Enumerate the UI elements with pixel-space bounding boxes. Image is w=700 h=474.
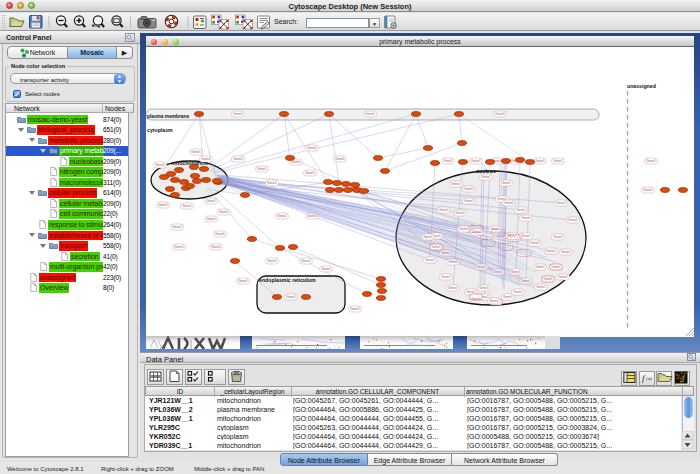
svg-text:Gene1: Gene1 [439,208,449,212]
svg-text:Gene1: Gene1 [238,279,248,283]
svg-text:Gene1: Gene1 [521,216,531,220]
svg-text:Gene1: Gene1 [219,210,229,214]
svg-text:Gene1: Gene1 [501,181,511,185]
svg-text:Gene1: Gene1 [291,160,301,164]
svg-text:Gene1: Gene1 [507,234,517,238]
svg-text:Gene1: Gene1 [301,259,311,263]
svg-text:Gene1: Gene1 [425,258,435,262]
svg-text:Gene1: Gene1 [423,235,433,239]
svg-text:Gene1: Gene1 [459,227,469,231]
svg-text:Gene1: Gene1 [158,203,168,207]
svg-text:unassigned: unassigned [627,83,656,89]
svg-text:Gene1: Gene1 [172,225,182,229]
svg-text:Gene1: Gene1 [568,218,578,222]
svg-text:Gene1: Gene1 [441,275,451,279]
svg-text:Gene1: Gene1 [182,204,192,208]
svg-text:Gene1: Gene1 [513,290,523,294]
svg-text:Gene1: Gene1 [466,290,476,294]
svg-text:Gene1: Gene1 [286,295,296,299]
svg-text:Gene1: Gene1 [543,277,553,281]
svg-text:Gene1: Gene1 [558,275,568,279]
svg-text:Gene1: Gene1 [551,265,561,269]
svg-text:Gene1: Gene1 [448,286,458,290]
svg-text:Gene1: Gene1 [471,159,481,163]
svg-text:Gene1: Gene1 [257,167,267,171]
svg-text:Gene1: Gene1 [267,181,277,185]
svg-text:Gene1: Gene1 [350,307,360,311]
svg-text:Gene1: Gene1 [365,112,375,116]
svg-text:(x): (x) [646,376,652,381]
svg-text:Gene1: Gene1 [553,159,563,163]
svg-text:Gene1: Gene1 [481,175,491,179]
svg-text:Gene1: Gene1 [174,245,184,249]
svg-text:Gene1: Gene1 [521,234,531,238]
svg-text:Gene1: Gene1 [305,171,315,175]
svg-text:Gene1: Gene1 [643,188,653,192]
svg-text:Gene1: Gene1 [307,146,317,150]
svg-text:Gene1: Gene1 [553,235,563,239]
svg-text:Gene1: Gene1 [206,199,216,203]
svg-text:Gene1: Gene1 [504,201,514,205]
svg-text:Gene1: Gene1 [321,267,331,271]
svg-text:Gene1: Gene1 [546,249,556,253]
svg-text:nucleus: nucleus [476,168,496,174]
svg-text:Gene1: Gene1 [495,112,505,116]
svg-text:endoplasmic reticulum: endoplasmic reticulum [259,277,316,283]
svg-text:Gene1: Gene1 [516,208,526,212]
svg-text:Gene1: Gene1 [277,214,287,218]
svg-text:Gene1: Gene1 [335,157,345,161]
svg-text:plasma membrane: plasma membrane [147,114,189,119]
svg-text:Gene1: Gene1 [211,245,221,249]
svg-text:Gene1: Gene1 [155,163,165,167]
svg-text:Gene1: Gene1 [535,265,545,269]
svg-text:Gene1: Gene1 [535,159,545,163]
svg-text:Gene1: Gene1 [464,199,474,203]
svg-text:Gene1: Gene1 [206,217,216,221]
svg-text:Gene1: Gene1 [451,182,461,186]
svg-text:Gene1: Gene1 [233,157,243,161]
svg-text:Gene1: Gene1 [530,241,540,245]
svg-text:Gene1: Gene1 [191,150,201,154]
svg-text:Gene1: Gene1 [471,297,481,301]
svg-text:Gene1: Gene1 [646,159,656,163]
svg-text:Gene1: Gene1 [443,159,453,163]
svg-text:Gene1: Gene1 [431,245,441,249]
svg-text:Gene1: Gene1 [455,211,465,215]
svg-text:Gene1: Gene1 [556,201,566,205]
svg-text:Gene1: Gene1 [479,286,489,290]
svg-text:Gene1: Gene1 [215,232,225,236]
svg-text:cytoplasm: cytoplasm [147,127,173,133]
svg-text:Gene1: Gene1 [267,259,277,263]
svg-text:Gene1: Gene1 [536,285,546,289]
svg-text:Gene1: Gene1 [561,250,571,254]
svg-text:Gene1: Gene1 [233,112,243,116]
svg-text:Gene1: Gene1 [489,299,499,303]
svg-text:Gene1: Gene1 [503,295,513,299]
svg-text:Gene1: Gene1 [464,187,474,191]
svg-text:Gene1: Gene1 [201,157,211,161]
